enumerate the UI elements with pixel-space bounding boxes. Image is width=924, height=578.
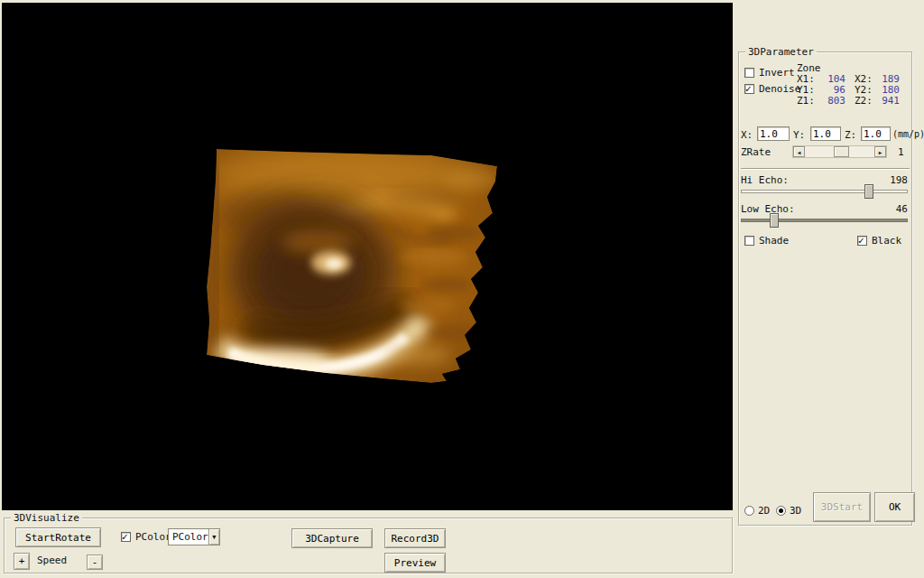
low-echo-value: 46 xyxy=(874,204,908,215)
invert-label: Invert xyxy=(759,68,795,79)
capture-3d-button[interactable]: 3DCapture xyxy=(291,528,373,548)
hi-echo-slider-thumb[interactable] xyxy=(864,184,873,199)
scale-x-label: X: xyxy=(741,130,753,141)
mode-2d-label: 2D xyxy=(758,506,770,517)
zrate-scroll-thumb[interactable] xyxy=(834,146,849,157)
hi-echo-track[interactable] xyxy=(741,190,908,193)
parameter-group-title: 3DParameter xyxy=(745,46,817,58)
panel-separator xyxy=(741,168,910,170)
hi-echo-value: 198 xyxy=(874,175,908,186)
preview-button[interactable]: Preview xyxy=(384,553,446,573)
denoise-checkbox[interactable] xyxy=(744,84,754,94)
scale-z-label: Z: xyxy=(845,130,856,141)
ok-button[interactable]: OK xyxy=(874,492,915,522)
start-rotate-button[interactable]: StartRotate xyxy=(15,527,101,547)
speed-plus-button[interactable]: + xyxy=(14,553,30,570)
pcolor-dropdown[interactable]: PColor ▼ xyxy=(168,528,220,545)
zrate-scroll-right-icon[interactable]: ▶ xyxy=(874,146,886,157)
mode-3d-label: 3D xyxy=(790,506,801,517)
mode-3d-radio[interactable] xyxy=(776,506,786,516)
zone-z1-value: 803 xyxy=(820,96,845,107)
parameter-groupbox: 3DParameter Invert Denoise Zone X1: 104 … xyxy=(738,51,912,526)
shade-checkbox[interactable] xyxy=(744,236,754,246)
scale-y-input[interactable] xyxy=(810,126,841,141)
scale-z-input[interactable] xyxy=(861,126,891,141)
invert-checkbox[interactable] xyxy=(744,68,754,78)
low-echo-track[interactable] xyxy=(741,219,908,222)
zone-z2-label: Z2: xyxy=(855,96,873,107)
low-echo-label: Low Echo: xyxy=(741,204,795,215)
record-3d-button[interactable]: Record3D xyxy=(384,528,446,548)
speed-minus-button[interactable]: - xyxy=(87,555,103,570)
zrate-label: ZRate xyxy=(741,147,771,158)
zone-z1-label: Z1: xyxy=(797,96,815,107)
denoise-label: Denoise xyxy=(759,84,800,95)
start-3d-button[interactable]: 3DStart xyxy=(813,492,871,522)
low-echo-slider-thumb[interactable] xyxy=(770,213,779,228)
shade-label: Shade xyxy=(759,236,789,247)
visualize-group-title: 3DVisualize xyxy=(11,512,82,524)
scale-y-label: Y: xyxy=(793,130,805,141)
pcolor-dropdown-value: PColor xyxy=(169,531,208,543)
black-label: Black xyxy=(872,236,901,247)
ultrasound-volume-render xyxy=(2,3,733,510)
zrate-scrollbar[interactable]: ◀ ▶ xyxy=(792,145,887,158)
zrate-scroll-left-icon[interactable]: ◀ xyxy=(793,146,805,157)
pcolor-checkbox[interactable] xyxy=(121,532,131,542)
app-window: 3DParameter Invert Denoise Zone X1: 104 … xyxy=(0,0,924,578)
zrate-value: 1 xyxy=(898,147,904,158)
render-viewport[interactable] xyxy=(2,3,733,510)
scale-x-input[interactable] xyxy=(757,126,790,141)
black-checkbox[interactable] xyxy=(857,236,867,246)
hi-echo-label: Hi Echo: xyxy=(741,175,789,186)
dropdown-arrow-icon[interactable]: ▼ xyxy=(208,529,219,545)
visualize-groupbox: 3DVisualize StartRotate PColor PColor ▼ … xyxy=(4,517,733,573)
zone-z2-value: 941 xyxy=(874,96,900,107)
speed-label: Speed xyxy=(37,555,67,566)
mode-2d-radio[interactable] xyxy=(744,506,754,516)
pcolor-label: PColor xyxy=(135,532,171,543)
scale-unit-label: (mm/p) xyxy=(892,129,924,140)
